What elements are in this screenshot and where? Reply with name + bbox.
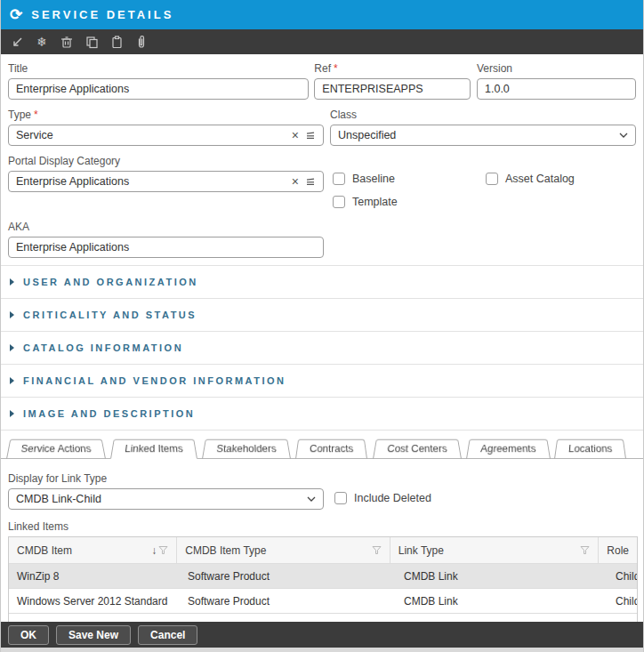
section-criticality-and-status[interactable]: CRITICALITY AND STATUS	[1, 298, 643, 331]
expand-triangle-icon	[10, 278, 14, 286]
required-asterisk: *	[34, 109, 38, 121]
cell-cmdb-item-type: Software Product	[180, 595, 396, 608]
column-header-cmdb-item[interactable]: CMDB Item ↓	[9, 537, 177, 563]
refresh-icon[interactable]: ⟳	[10, 7, 22, 22]
version-input-field[interactable]	[485, 83, 628, 95]
column-header-link-type[interactable]: Link Type	[390, 537, 600, 563]
column-header-label: CMDB Item	[17, 544, 72, 557]
filter-funnel-icon[interactable]	[580, 545, 590, 555]
service-details-form: Title Ref* Version Type* ×	[1, 54, 643, 258]
snowflake-icon[interactable]: ❄	[31, 32, 52, 52]
grid-header-row: CMDB Item ↓ CMDB Item Type Link Type	[9, 537, 637, 563]
class-select-value: Unspecified	[338, 129, 396, 141]
checkbox-icon[interactable]	[333, 196, 345, 208]
tab-linked-items[interactable]: Linked Items	[110, 439, 197, 459]
section-title: CATALOG INFORMATION	[23, 342, 183, 353]
column-header-label: CMDB Item Type	[185, 544, 266, 557]
section-image-and-description[interactable]: IMAGE AND DESCRIPTION	[1, 397, 643, 430]
column-header-label: Role	[607, 544, 629, 557]
aka-input[interactable]	[8, 237, 324, 258]
column-header-cmdb-item-type[interactable]: CMDB Item Type	[177, 537, 390, 563]
clear-icon[interactable]: ×	[292, 129, 299, 141]
tab-contracts[interactable]: Contracts	[295, 439, 367, 459]
cell-cmdb-item: WinZip 8	[9, 570, 180, 583]
include-deleted-checkbox[interactable]: Include Deleted	[334, 478, 431, 504]
expand-triangle-icon	[10, 410, 14, 417]
title-input[interactable]	[8, 78, 309, 100]
collapsible-sections: USER AND ORGANIZATION CRITICALITY AND ST…	[1, 265, 643, 431]
section-title: IMAGE AND DESCRIPTION	[23, 408, 195, 419]
version-input[interactable]	[477, 78, 636, 100]
version-label: Version	[477, 62, 636, 75]
class-select[interactable]: Unspecified	[330, 125, 636, 146]
tab-service-actions[interactable]: Service Actions	[6, 439, 106, 459]
class-label: Class	[330, 109, 636, 121]
tab-strip: Service Actions Linked Items Stakeholder…	[1, 431, 643, 459]
column-header-label: Link Type	[398, 544, 444, 557]
aka-label: AKA	[8, 221, 324, 233]
asset-catalog-checkbox-label: Asset Catalog	[505, 173, 575, 185]
ok-button[interactable]: OK	[8, 625, 49, 645]
clear-icon[interactable]: ×	[292, 175, 299, 188]
template-checkbox-label: Template	[352, 196, 398, 208]
cell-cmdb-item: Windows Server 2012 Standard	[9, 595, 180, 608]
type-input-field[interactable]	[16, 129, 286, 141]
baseline-checkbox-label: Baseline	[352, 173, 395, 185]
checkbox-icon[interactable]	[486, 173, 498, 185]
save-new-button[interactable]: Save New	[56, 625, 131, 645]
baseline-checkbox[interactable]: Baseline	[333, 173, 486, 185]
picklist-icon[interactable]	[305, 177, 316, 187]
portal-display-category-input[interactable]: ×	[8, 171, 324, 192]
section-title: USER AND ORGANIZATION	[23, 277, 198, 287]
cell-cmdb-item-type: Software Product	[180, 570, 396, 583]
chevron-down-icon	[619, 133, 628, 138]
tab-stakeholders[interactable]: Stakeholders	[202, 439, 291, 459]
section-user-and-organization[interactable]: USER AND ORGANIZATION	[1, 265, 643, 298]
table-row[interactable]: Windows Server 2012 Standard Software Pr…	[9, 588, 637, 613]
type-label: Type	[8, 109, 31, 121]
page-title: SERVICE DETAILS	[31, 8, 173, 21]
template-checkbox[interactable]: Template	[333, 196, 486, 208]
checkbox-icon[interactable]	[334, 492, 347, 504]
delete-icon[interactable]	[56, 32, 77, 52]
cell-link-type: CMDB Link	[396, 595, 608, 608]
cancel-button[interactable]: Cancel	[138, 625, 197, 645]
section-financial-and-vendor-information[interactable]: FINANCIAL AND VENDOR INFORMATION	[1, 364, 643, 397]
sort-descending-icon[interactable]: ↓	[151, 544, 157, 557]
ref-label: Ref	[314, 62, 331, 75]
cell-link-type: CMDB Link	[396, 570, 608, 583]
section-title: FINANCIAL AND VENDOR INFORMATION	[23, 375, 286, 386]
footer-action-bar: OK Save New Cancel	[1, 622, 643, 648]
asset-catalog-checkbox[interactable]: Asset Catalog	[486, 173, 575, 185]
filter-funnel-icon[interactable]	[158, 545, 168, 555]
cell-role: Child	[608, 595, 637, 608]
tab-agreements[interactable]: Agreements	[466, 439, 551, 459]
copy-icon[interactable]	[81, 32, 102, 52]
expand-triangle-icon	[10, 344, 14, 351]
portal-display-category-field[interactable]	[16, 175, 286, 188]
checkbox-icon[interactable]	[333, 173, 345, 185]
linked-items-tab-content: Display for Link Type CMDB Link-Child In…	[1, 459, 643, 639]
chevron-down-icon	[307, 496, 316, 502]
required-asterisk: *	[334, 62, 338, 75]
link-type-select[interactable]: CMDB Link-Child	[8, 488, 324, 510]
ref-input-field[interactable]	[322, 83, 463, 95]
picklist-icon[interactable]	[305, 131, 316, 141]
window-titlebar: ⟳ SERVICE DETAILS	[1, 0, 643, 29]
tab-cost-centers[interactable]: Cost Centers	[373, 439, 462, 459]
table-row[interactable]: WinZip 8 Software Product CMDB Link Chil…	[9, 563, 637, 588]
clipboard-icon[interactable]	[106, 32, 127, 52]
toolbar: ❄	[1, 29, 643, 54]
window-bottom-strip	[1, 648, 643, 652]
title-input-field[interactable]	[16, 83, 301, 95]
filter-funnel-icon[interactable]	[372, 545, 382, 555]
aka-input-field[interactable]	[16, 241, 316, 254]
collapse-arrow-icon[interactable]	[6, 32, 28, 52]
type-input[interactable]: ×	[8, 125, 324, 146]
tab-locations[interactable]: Locations	[554, 439, 626, 459]
section-catalog-information[interactable]: CATALOG INFORMATION	[1, 331, 643, 364]
cell-role: Child	[608, 570, 637, 583]
ref-input[interactable]	[314, 78, 471, 100]
column-header-role[interactable]: Role	[599, 537, 637, 563]
attachment-icon[interactable]	[131, 32, 152, 52]
